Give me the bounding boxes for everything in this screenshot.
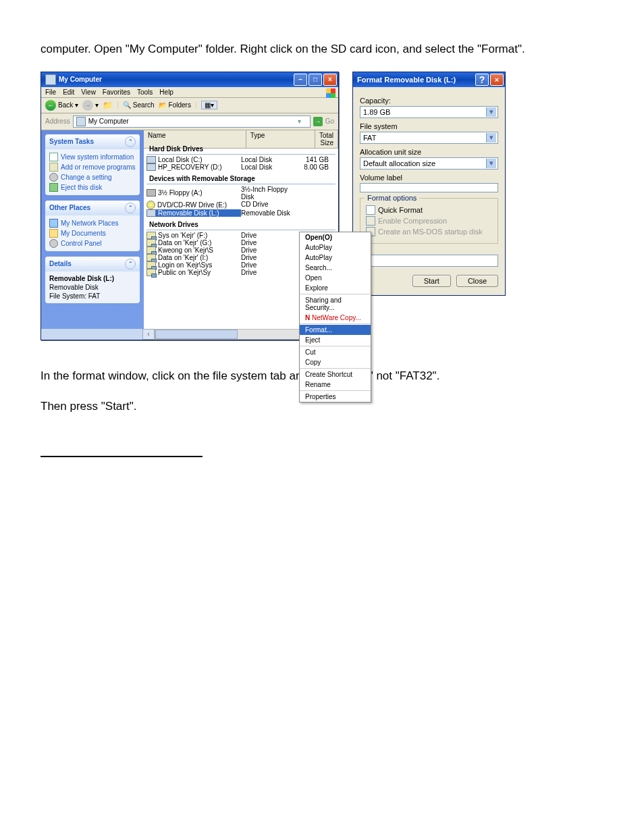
cm-eject[interactable]: Eject xyxy=(300,335,371,345)
menu-favorites[interactable]: Favorites xyxy=(103,88,130,96)
folders-icon: 📂 xyxy=(159,101,167,109)
start-button[interactable]: Start xyxy=(412,275,451,287)
maximize-button[interactable]: □ xyxy=(308,74,322,86)
cm-rename[interactable]: Rename xyxy=(300,380,371,390)
address-input[interactable]: My Computer ▾ xyxy=(73,115,311,128)
format-dialog: Format Removable Disk (L:) ? × Capacity:… xyxy=(352,72,506,296)
help-button[interactable]: ? xyxy=(475,74,489,86)
back-button[interactable]: ← Back ▾ xyxy=(45,100,78,111)
cd-icon xyxy=(146,201,155,209)
collapse-icon[interactable]: ⌃ xyxy=(125,203,136,213)
menu-file[interactable]: File xyxy=(45,88,56,96)
cm-open[interactable]: Open(O) xyxy=(300,232,371,242)
volume-label-label: Volume label xyxy=(360,174,498,182)
details-header[interactable]: Details ⌃ xyxy=(45,257,140,271)
drive-row[interactable]: DVD/CD-RW Drive (E:) CD Drive xyxy=(144,201,338,209)
panel-title: Details xyxy=(49,260,72,267)
collapse-icon[interactable]: ⌃ xyxy=(125,136,136,147)
cm-sharing[interactable]: Sharing and Security... xyxy=(300,295,371,313)
up-button[interactable]: 📁 xyxy=(103,101,113,110)
network-icon xyxy=(49,219,58,228)
menu-edit[interactable]: Edit xyxy=(63,88,74,96)
forward-button[interactable]: → ▾ xyxy=(82,100,99,111)
cm-properties[interactable]: Properties xyxy=(300,392,371,402)
cm-autoplay[interactable]: AutoPlay xyxy=(300,253,371,263)
cm-cut[interactable]: Cut xyxy=(300,347,371,357)
alloc-select[interactable]: Default allocation size xyxy=(360,157,498,170)
system-tasks-header[interactable]: System Tasks ⌃ xyxy=(45,134,140,149)
volume-label-input[interactable] xyxy=(360,183,498,192)
group-removable: Devices with Removable Storage xyxy=(146,174,336,184)
explorer-body: System Tasks ⌃ View system information A… xyxy=(41,130,338,340)
netdrive-icon xyxy=(146,246,156,254)
capacity-label: Capacity: xyxy=(360,97,498,105)
task-add-remove[interactable]: Add or remove programs xyxy=(49,162,136,172)
minimize-button[interactable]: – xyxy=(294,74,307,86)
chevron-down-icon[interactable]: ▾ xyxy=(298,118,307,125)
cm-netware[interactable]: NetWare Copy... xyxy=(300,313,371,323)
cm-format[interactable]: Format... xyxy=(300,325,371,335)
section-separator xyxy=(41,456,203,457)
task-view-info[interactable]: View system information xyxy=(49,152,136,162)
task-eject[interactable]: Eject this disk xyxy=(49,182,136,192)
removable-disk-icon xyxy=(146,209,156,217)
cm-copy[interactable]: Copy xyxy=(300,357,371,367)
cm-explore[interactable]: Explore xyxy=(300,283,371,293)
other-places-panel: Other Places ⌃ My Network Places My Docu… xyxy=(45,201,140,251)
cm-autoplay[interactable]: AutoPlay xyxy=(300,242,371,253)
search-button[interactable]: 🔍 Search xyxy=(123,101,155,109)
address-bar: Address My Computer ▾ → Go xyxy=(41,113,338,130)
place-documents[interactable]: My Documents xyxy=(49,228,136,238)
details-line-2: Removable Disk xyxy=(49,283,136,292)
menu-view[interactable]: View xyxy=(81,88,96,96)
back-label: Back xyxy=(58,101,73,109)
address-value: My Computer xyxy=(88,118,129,125)
menu-help[interactable]: Help xyxy=(159,88,173,96)
filesystem-label: File system xyxy=(360,122,498,130)
cm-open2[interactable]: Open xyxy=(300,273,371,283)
details-panel: Details ⌃ Removable Disk (L:) Removable … xyxy=(45,257,140,303)
checkbox-label: Quick Format xyxy=(378,206,423,214)
place-network[interactable]: My Network Places xyxy=(49,218,136,228)
quick-format-checkbox[interactable]: Quick Format xyxy=(366,205,492,215)
search-label: Search xyxy=(133,101,155,109)
close-button[interactable]: × xyxy=(323,74,337,86)
folders-button[interactable]: 📂 Folders xyxy=(159,101,191,109)
forward-icon: → xyxy=(82,100,93,111)
horizontal-scrollbar[interactable]: ‹ › xyxy=(41,329,338,340)
close-button[interactable]: × xyxy=(490,74,504,86)
filesystem-select[interactable]: FAT xyxy=(360,132,498,144)
drive-row[interactable]: HP_RECOVERY (D:) Local Disk8.00 GB xyxy=(144,163,338,171)
collapse-icon[interactable]: ⌃ xyxy=(125,259,136,269)
my-computer-window: My Computer – □ × File Edit View Favorit… xyxy=(41,72,339,340)
drive-row[interactable]: 3½ Floppy (A:) 3½-Inch Floppy Disk xyxy=(144,186,338,201)
task-change-setting[interactable]: Change a setting xyxy=(49,172,136,182)
panel-title: System Tasks xyxy=(49,138,94,145)
go-icon[interactable]: → xyxy=(313,117,323,126)
group-hdd: Hard Disk Drives xyxy=(146,144,336,155)
views-button[interactable]: ▦▾ xyxy=(201,101,217,109)
go-label[interactable]: Go xyxy=(325,118,334,125)
details-line-3: File System: FAT xyxy=(49,292,136,301)
menu-tools[interactable]: Tools xyxy=(137,88,153,96)
scroll-thumb[interactable] xyxy=(155,330,238,339)
context-menu[interactable]: Open(O) AutoPlay AutoPlay Search... Open… xyxy=(299,232,371,402)
drive-row[interactable]: Local Disk (C:) Local Disk141 GB xyxy=(144,156,338,163)
menu-bar[interactable]: File Edit View Favorites Tools Help xyxy=(41,87,338,98)
folder-icon xyxy=(49,229,58,238)
cm-search[interactable]: Search... xyxy=(300,263,371,273)
close-button[interactable]: Close xyxy=(456,275,498,287)
folders-label: Folders xyxy=(169,101,191,109)
format-titlebar[interactable]: Format Removable Disk (L:) ? × xyxy=(353,72,505,87)
cm-shortcut[interactable]: Create Shortcut xyxy=(300,369,371,380)
other-places-header[interactable]: Other Places ⌃ xyxy=(45,201,140,215)
capacity-select[interactable]: 1.89 GB xyxy=(360,106,498,118)
menu-separator xyxy=(300,294,371,294)
msdos-startup-checkbox: Create an MS-DOS startup disk xyxy=(366,227,492,236)
place-control-panel[interactable]: Control Panel xyxy=(49,238,136,249)
drive-row-selected[interactable]: Removable Disk (L:) Removable Disk xyxy=(144,209,338,217)
figure-row: My Computer – □ × File Edit View Favorit… xyxy=(41,72,603,340)
titlebar[interactable]: My Computer – □ × xyxy=(41,72,338,87)
sidebar: System Tasks ⌃ View system information A… xyxy=(41,130,144,340)
scroll-left-icon[interactable]: ‹ xyxy=(142,329,155,340)
